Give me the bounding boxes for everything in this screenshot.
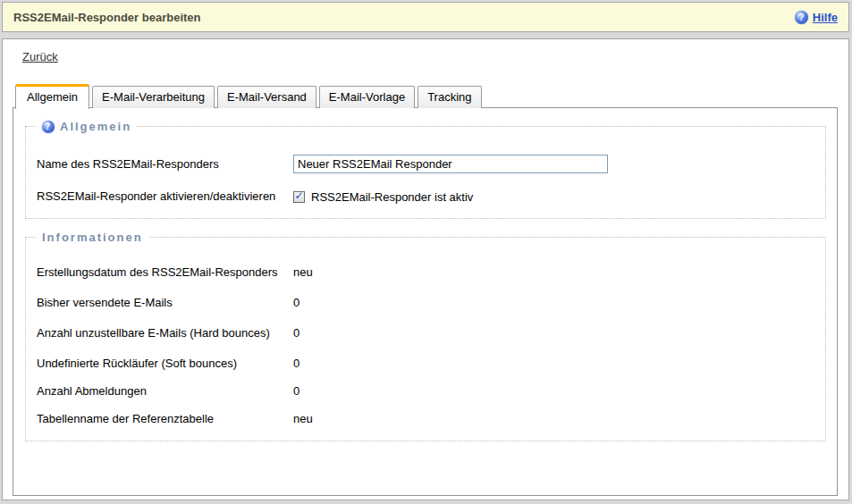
general-legend-text: Allgemein <box>60 120 131 133</box>
activation-row: RSS2EMail-Responder aktivieren/deaktivie… <box>37 189 816 204</box>
help-question-icon: ? <box>795 11 808 24</box>
tab-email-verarbeitung[interactable]: E-Mail-Verarbeitung <box>92 86 215 108</box>
info-label: Bisher versendete E-Mails <box>37 296 293 310</box>
info-label: Erstellungsdatum des RSS2EMail-Responder… <box>37 265 293 280</box>
checkmark-icon: ✓ <box>294 191 303 201</box>
general-section: ? Allgemein Name des RSS2EMail-Responder… <box>25 120 826 219</box>
info-row: Undefinierte Rückläufer (Soft bounces) 0 <box>37 357 816 371</box>
info-row: Anzahl Abmeldungen 0 <box>37 384 816 399</box>
info-row: Bisher versendete E-Mails 0 <box>37 296 816 310</box>
tab-content-panel: ? Allgemein Name des RSS2EMail-Responder… <box>13 107 838 496</box>
info-section-legend: Informationen <box>37 231 148 244</box>
info-row: Anzahl unzustellbare E-Mails (Hard bounc… <box>37 326 816 340</box>
help-link[interactable]: Hilfe <box>813 11 838 24</box>
general-section-legend: ? Allgemein <box>37 120 137 133</box>
info-section: Informationen Erstellungsdatum des RSS2E… <box>25 231 826 441</box>
tab-tracking[interactable]: Tracking <box>418 86 481 108</box>
info-legend-text: Informationen <box>42 231 143 244</box>
info-value: 0 <box>293 326 816 340</box>
info-value: 0 <box>293 357 816 371</box>
info-value: neu <box>293 265 816 280</box>
tab-allgemein[interactable]: Allgemein <box>15 84 89 109</box>
tab-email-vorlage[interactable]: E-Mail-Vorlage <box>319 86 415 108</box>
info-row: Tabellenname der Referenztabelle neu <box>37 412 816 426</box>
info-value: neu <box>293 412 816 426</box>
back-link[interactable]: Zurück <box>22 50 58 63</box>
active-checkbox[interactable]: ✓ <box>293 191 305 203</box>
name-label: Name des RSS2EMail-Responders <box>37 157 293 172</box>
window-title-bar: RSS2EMail-Responder bearbeiten ? Hilfe <box>2 2 849 32</box>
page-title: RSS2EMail-Responder bearbeiten <box>13 11 201 24</box>
info-label: Anzahl unzustellbare E-Mails (Hard bounc… <box>37 326 293 340</box>
tab-email-versand[interactable]: E-Mail-Versand <box>217 86 316 108</box>
info-row: Erstellungsdatum des RSS2EMail-Responder… <box>37 265 816 280</box>
info-label: Tabellenname der Referenztabelle <box>37 412 293 426</box>
responder-name-input[interactable] <box>293 155 608 173</box>
active-checkbox-label: RSS2EMail-Responder ist aktiv <box>311 190 473 204</box>
name-row: Name des RSS2EMail-Responders <box>37 155 816 173</box>
tab-bar: Allgemein E-Mail-Verarbeitung E-Mail-Ver… <box>15 84 485 108</box>
section-help-icon[interactable]: ? <box>42 121 55 133</box>
activation-label: RSS2EMail-Responder aktivieren/deaktivie… <box>37 189 293 204</box>
info-label: Undefinierte Rückläufer (Soft bounces) <box>37 357 293 371</box>
help-button[interactable]: ? Hilfe <box>795 11 838 24</box>
info-value: 0 <box>293 384 816 399</box>
main-panel: Zurück Allgemein E-Mail-Verarbeitung E-M… <box>2 38 849 500</box>
info-value: 0 <box>293 296 816 310</box>
info-label: Anzahl Abmeldungen <box>37 384 293 399</box>
